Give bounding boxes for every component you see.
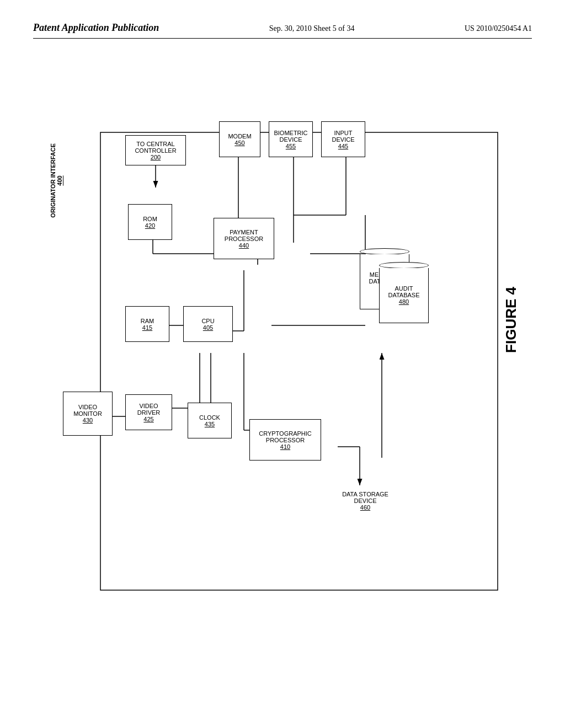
data-storage-device-label: DATA STORAGE DEVICE 460 [332,491,398,511]
video-monitor-label: VIDEO MONITOR [66,404,110,417]
originator-ref: 400 [56,175,63,185]
rom-ref: 420 [145,222,155,229]
to-central-controller-ref: 200 [151,154,161,160]
payment-processor-label: PAYMENT PROCESSOR [216,229,271,242]
cpu-box: CPU 405 [183,306,233,342]
input-device-ref: 445 [338,143,348,149]
rom-box: ROM 420 [128,204,172,240]
video-monitor-box: VIDEO MONITOR 430 [63,392,113,436]
page-header: Patent Application Publication Sep. 30, … [33,22,532,39]
to-central-controller-label: TO CENTRAL CONTROLLER [128,141,183,154]
originator-label-text: ORIGINATOR INTERFACE [50,143,56,218]
to-central-controller-box: TO CENTRAL CONTROLLER 200 [125,135,186,165]
audit-database-label: AUDIT DATABASE [381,285,427,298]
input-device-label: INPUT DEVICE [324,130,363,143]
video-driver-box: VIDEO DRIVER 425 [125,394,172,430]
biometric-label: BIOMETRIC DEVICE [271,130,310,143]
figure-label: FIGURE 4 [503,287,520,353]
page: Patent Application Publication Sep. 30, … [0,0,565,728]
biometric-device-box: BIOMETRIC DEVICE 455 [269,121,313,157]
data-storage-ref: 460 [360,504,370,511]
payment-processor-ref: 440 [239,242,249,249]
audit-database-ref: 480 [399,298,409,305]
clock-box: CLOCK 435 [188,403,232,438]
audit-database-cylinder: AUDIT DATABASE 480 [379,256,429,328]
originator-interface-label: ORIGINATOR INTERFACE 400 [50,143,63,218]
modem-ref: 450 [234,140,244,146]
biometric-ref: 455 [286,143,296,149]
cryptographic-processor-label: CRYPTOGRAPHIC PROCESSOR [252,430,318,443]
video-driver-ref: 425 [143,416,153,422]
ram-box: RAM 415 [125,306,169,342]
publication-title: Patent Application Publication [33,22,159,34]
cryptographic-processor-ref: 410 [280,443,290,450]
cpu-label: CPU [201,318,214,324]
diagram-area: ORIGINATOR INTERFACE 400 TO CENTRAL CONT… [40,55,525,634]
payment-processor-box: PAYMENT PROCESSOR 440 [214,218,274,259]
cpu-ref: 405 [203,324,213,331]
video-monitor-ref: 430 [83,417,93,424]
video-driver-label: VIDEO DRIVER [128,403,169,416]
clock-ref: 435 [205,421,215,427]
data-storage-label-text: DATA STORAGE DEVICE [342,491,388,504]
publication-date-sheet: Sep. 30, 2010 Sheet 5 of 34 [269,24,355,33]
clock-label: CLOCK [199,414,220,421]
publication-number: US 2010/0250454 A1 [465,24,532,33]
svg-rect-2 [100,132,498,590]
input-device-box: INPUT DEVICE 445 [321,121,365,157]
rom-label: ROM [143,216,157,222]
ram-ref: 415 [142,324,152,331]
cryptographic-processor-box: CRYPTOGRAPHIC PROCESSOR 410 [249,419,321,461]
modem-label: MODEM [228,133,251,140]
ram-label: RAM [141,318,154,324]
audit-database-body: AUDIT DATABASE 480 [379,268,429,323]
modem-box: MODEM 450 [219,121,260,157]
